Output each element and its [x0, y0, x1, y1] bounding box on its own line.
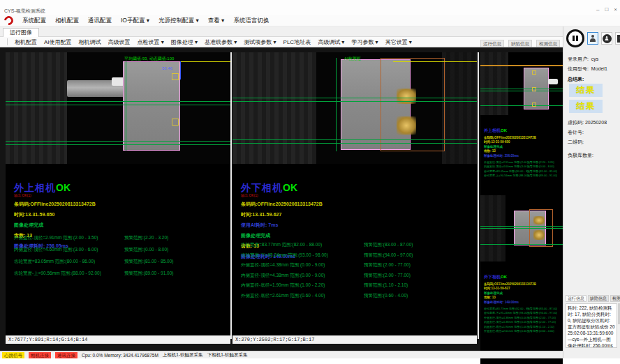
highlight-spot	[533, 216, 545, 225]
warn-range: 预警范围:(89.00 - 91.00)	[527, 174, 557, 179]
time-line: 时间:13-31-59-627	[484, 287, 557, 290]
tool-other-settings[interactable]: 其它设置 ▾	[385, 38, 412, 46]
measure-value: 齿轮宽度-下=95.24mm 范围:(93.00 - 98.00)	[241, 252, 364, 263]
app-window: CYS-视觉检测系统 – □ × 系统配置 相机配置 通讯配置 IO手配置 ▾ …	[0, 0, 620, 364]
measurement-row: 内侧直径-顶径=4.60mm 范围:(3.00 - 6.00)预警范围:(0.0…	[14, 247, 173, 259]
tool-advanced-debug[interactable]: 高级调试 ▾	[318, 38, 344, 46]
feature-marker	[172, 119, 179, 126]
menu-item-light-config[interactable]: 光源控制配置 ▾	[158, 17, 199, 25]
toolbar: 相机配置 AI使用配置 相机调试 高级设置 点检设置 ▾ 图像处理 ▾ 基准线参…	[0, 37, 563, 47]
warn-range: 预警范围:(0.60 - 4.00)	[527, 329, 554, 334]
tool-test-params[interactable]: 测试项参数 ▾	[244, 38, 276, 46]
tool-advanced-settings[interactable]: 高级设置	[108, 38, 131, 46]
status-ok-label: OK	[283, 182, 297, 193]
warn-range: 预警范围:(83.00 - 87.00)	[364, 242, 413, 252]
maximize-button[interactable]: □	[605, 6, 608, 13]
tool-learn-params[interactable]: 学习参数 ▾	[351, 38, 378, 46]
machine-column	[6, 52, 67, 164]
measurement-row: 齿轮宽度=83.05mm 范围:(80.00 - 86.00)预警范围:(81.…	[14, 259, 173, 271]
measure-value: 齿轮宽度=83.77mm 范围:(82.00 - 88.00)	[241, 242, 364, 252]
logout-button[interactable]	[615, 32, 620, 45]
info-tab-defect[interactable]: 缺陷信息	[588, 295, 609, 302]
tool-spot-check[interactable]: 点检设置 ▾	[138, 38, 164, 46]
warn-range: 预警范围:(2.00 - 77.00)	[364, 273, 411, 283]
pause-button[interactable]	[566, 29, 584, 47]
guide-line-orange	[480, 65, 563, 66]
info-tab-run[interactable]: 运行信息	[566, 295, 586, 302]
measurement-row: 齿轮宽度-上=90.56mm 范围:(88.00 - 92.00)预警范围:(8…	[484, 174, 557, 179]
minimize-button[interactable]: –	[596, 6, 599, 13]
close-button[interactable]: ×	[614, 6, 617, 13]
tool-image-process[interactable]: 图像处理 ▾	[171, 38, 198, 46]
mini-view-upper[interactable]	[480, 52, 563, 115]
camera-top-trigger-text: 上相机1-软触发采集	[163, 352, 203, 358]
feature-marker	[532, 87, 536, 91]
warn-range: 预警范围:(2.20 - 3.20)	[124, 235, 168, 247]
mini-tab-defect-info[interactable]: 缺陷信息	[508, 40, 532, 47]
info-tab-detect[interactable]: 检测信息	[610, 295, 620, 302]
laser-line	[480, 89, 563, 89]
title-bar: CYS-视觉检测系统 – □ ×	[0, 0, 620, 15]
laser-line	[480, 244, 563, 245]
done-line: 图像处理完成	[484, 291, 557, 295]
measure-value: 内侧直径-顶径=4.38mm 范围:(0.00 - 9.00)	[241, 273, 364, 283]
tool-plc-address[interactable]: PLC地址表	[283, 38, 311, 46]
mini-tab-run-info[interactable]: 运行信息	[480, 40, 504, 47]
window-controls: – □ ×	[596, 6, 617, 13]
mini-tab-detect-info[interactable]: 检测信息	[536, 40, 560, 47]
tool-camera-config[interactable]: 相机配置	[15, 38, 37, 46]
menu-item-language[interactable]: 系统语言切换	[233, 17, 269, 25]
run-info-area: 运行信息 缺陷信息 检测信息 耗时: 222, 缺陷检测耗时: 17, 缺陷分类…	[566, 295, 619, 349]
user-account-button[interactable]	[601, 32, 612, 45]
user-login-button[interactable]	[587, 32, 598, 45]
camera-panel-upper: 平均阈值:93, 动态阈值:100 53.46 外上相机OK 输出:OK(1) …	[6, 52, 230, 344]
teeth-line: 齿数: 13	[484, 149, 557, 153]
total-result-label: 总结果:	[568, 76, 584, 83]
laser-line	[480, 226, 563, 227]
app-logo-icon	[2, 14, 15, 26]
menu-item-comm-config[interactable]: 通讯配置	[88, 17, 112, 25]
camera-view-lower[interactable]: AI检测框	[232, 52, 477, 164]
barcode-line: 条码码:OFFIine2025020813313472B	[241, 201, 323, 208]
teeth-line: 齿数: 13	[484, 296, 557, 299]
tool-ai-config[interactable]: AI使用配置	[44, 38, 72, 46]
menu-item-camera-config[interactable]: 相机配置	[55, 17, 79, 25]
result-badge-text: 结果	[576, 84, 596, 96]
menu-item-io-config[interactable]: IO手配置 ▾	[121, 17, 149, 25]
measure-value: 齿轮宽度=83.05mm 范围:(80.00 - 86.00)	[14, 259, 124, 271]
qr-code-label: 二维码:	[568, 139, 584, 146]
result-badge-text: 结果	[576, 100, 596, 112]
camera-name-label: 外上相机	[14, 182, 56, 193]
camera-link-badge: 相机连接	[29, 352, 51, 358]
status-bar: 心跳信号 相机连接 通讯连接 Cpu: 0.0% Memory: 3424.41…	[0, 351, 563, 358]
ai-box-label: AI检测框	[344, 56, 361, 62]
virtual-code-label: 虚拟码:	[568, 120, 584, 125]
toolbar-separator	[7, 38, 8, 45]
tab-run-image[interactable]: 运行图像	[3, 28, 39, 37]
pixel-coords-upper: X:7677;Y:891;R:14;G:14;B:14	[6, 335, 230, 344]
panel-divider[interactable]	[230, 52, 232, 339]
camera-view-upper[interactable]: 平均阈值:93, 动态阈值:100 53.46	[6, 52, 230, 164]
mini-panel-tabs: 运行信息 缺陷信息 检测信息	[480, 39, 563, 47]
mini-result-lower: 外下相机OK 条码码:OFFIine2025020813313472B 时间:1…	[484, 268, 557, 334]
ai-detect-box	[381, 58, 445, 151]
tab-bar: 运行图像	[0, 26, 563, 37]
highlight-spot	[397, 116, 416, 135]
menu-item-system-config[interactable]: 系统配置	[22, 17, 46, 25]
threshold-overlay: 平均阈值:93, 动态阈值:100	[124, 56, 174, 62]
status-ok-label: OK	[56, 182, 71, 193]
feature-marker	[172, 73, 179, 80]
output-line: 输出:OK(1)	[241, 193, 323, 197]
ai-time-line: 使用AI耗时: 7ms	[241, 222, 323, 229]
panel-divider-2[interactable]	[478, 52, 479, 339]
menu-item-view[interactable]: 查看 ▾	[208, 17, 225, 25]
time-line: 时间:13-31-59-650	[484, 140, 557, 144]
comm-link-badge: 通讯连接	[55, 352, 78, 358]
output-line: 输出:OK(1)	[14, 193, 96, 197]
laser-line	[232, 139, 477, 140]
tool-camera-debug[interactable]: 相机调试	[79, 38, 101, 46]
cpu-memory-text: Cpu: 0.0% Memory: 3424.41796875M	[82, 353, 158, 358]
mini-view-lower[interactable]	[480, 195, 563, 261]
tool-baseline-params[interactable]: 基准线参数 ▾	[205, 38, 237, 46]
guide-line-yellow	[180, 61, 230, 62]
